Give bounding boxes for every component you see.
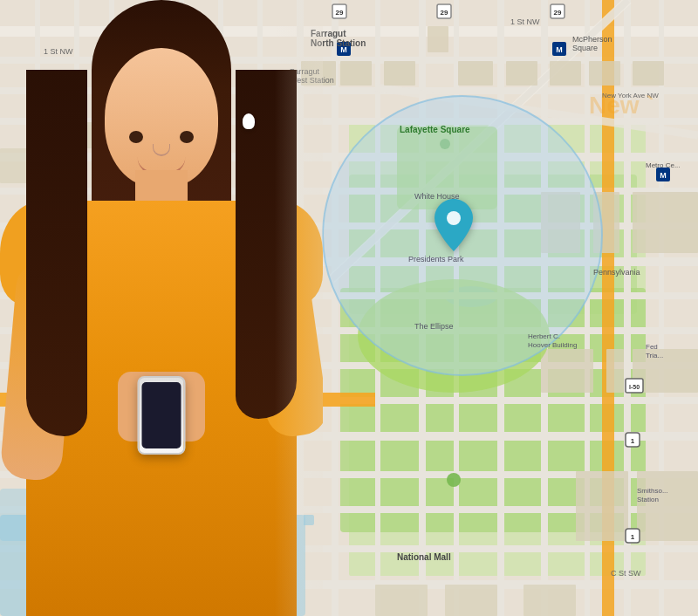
svg-text:Hoover Building: Hoover Building: [528, 341, 577, 349]
svg-rect-48: [384, 61, 415, 86]
svg-rect-58: [541, 349, 593, 393]
svg-text:Metro Ce...: Metro Ce...: [646, 161, 681, 169]
svg-text:Smithso...: Smithso...: [637, 487, 668, 495]
svg-rect-49: [428, 26, 448, 52]
svg-text:Lafayette Square: Lafayette Square: [400, 125, 470, 134]
svg-text:1: 1: [631, 533, 635, 541]
svg-rect-23: [332, 0, 339, 616]
svg-text:M: M: [660, 171, 667, 180]
svg-text:29: 29: [554, 9, 562, 17]
svg-text:Pennsylvania: Pennsylvania: [593, 268, 640, 277]
svg-rect-53: [589, 61, 620, 86]
svg-text:The Ellipse: The Ellipse: [414, 322, 454, 331]
svg-text:Herbert C.: Herbert C.: [528, 332, 560, 340]
svg-text:I-50: I-50: [629, 384, 640, 390]
svg-text:Presidents Park: Presidents Park: [408, 255, 464, 264]
svg-text:1: 1: [631, 437, 635, 445]
svg-text:29: 29: [441, 9, 448, 17]
svg-rect-50: [458, 61, 493, 86]
svg-rect-59: [606, 349, 624, 393]
svg-text:M: M: [556, 45, 563, 54]
svg-text:Tria...: Tria...: [646, 352, 663, 359]
svg-rect-57: [633, 192, 698, 253]
svg-point-73: [447, 211, 461, 225]
svg-rect-52: [550, 61, 581, 86]
svg-rect-63: [375, 585, 428, 616]
svg-rect-62: [576, 471, 628, 541]
svg-text:New `: New `: [589, 92, 654, 119]
svg-text:Square: Square: [572, 44, 598, 52]
svg-text:C St SW: C St SW: [611, 569, 641, 578]
svg-text:Fed: Fed: [646, 343, 658, 351]
svg-text:White House: White House: [414, 192, 460, 201]
person-overlay: [0, 0, 323, 616]
svg-rect-47: [340, 61, 372, 86]
svg-rect-51: [506, 61, 537, 86]
svg-text:McPherson: McPherson: [572, 35, 612, 44]
svg-text:National Mall: National Mall: [397, 552, 451, 562]
svg-point-71: [447, 473, 461, 487]
svg-rect-65: [524, 585, 576, 616]
svg-rect-64: [445, 585, 497, 616]
person-edge-fade: [0, 0, 323, 616]
svg-rect-54: [633, 61, 664, 86]
svg-text:29: 29: [336, 9, 344, 17]
svg-text:Station: Station: [637, 496, 659, 503]
svg-rect-61: [637, 471, 698, 541]
svg-text:1 St NW: 1 St NW: [510, 17, 540, 26]
